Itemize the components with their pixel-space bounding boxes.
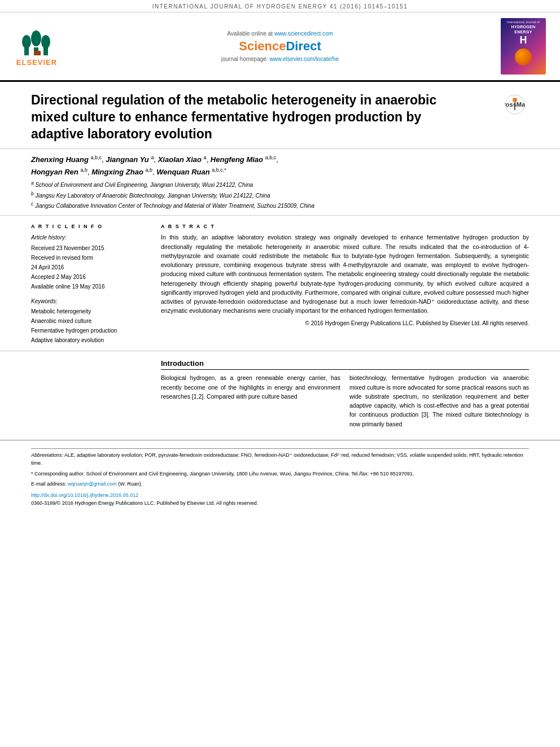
corresponding-author: * Corresponding author. School of Enviro… <box>31 470 529 478</box>
author-wenquan: Wenquan Ruan <box>156 168 209 176</box>
history-label: Article history: <box>31 233 150 242</box>
elsevier-logo: ELSEVIER <box>11 18 62 75</box>
article-title-section: Directional regulation of the metabolic … <box>0 82 560 149</box>
svg-point-2 <box>22 35 31 49</box>
journal-cover: International Journal ofHYDROGENENERGY H <box>498 18 549 75</box>
author-hengfeng: Hengfeng Miao <box>211 155 263 164</box>
article-info-label: A R T I C L E I N F O <box>31 224 150 229</box>
cover-text: International Journal ofHYDROGENENERGY <box>507 20 540 34</box>
keyword-4: Adaptive laboratory evolution <box>31 335 150 345</box>
author-sup6: a,b <box>146 167 153 173</box>
sciencedirect-brand: ScienceDirect <box>239 39 321 54</box>
direct-text: Direct <box>286 39 321 53</box>
introduction-section: Introduction Biological hydrogen, as a g… <box>0 351 560 434</box>
footnotes-section: Abbreviations: ALE, adaptive laboratory … <box>0 440 560 511</box>
author-zhenxing: Zhenxing Huang <box>31 155 89 164</box>
keyword-1: Metabolic heterogeneity <box>31 307 150 316</box>
doi-link[interactable]: http://dx.doi.org/10.1016/j.ijhydene.201… <box>31 492 138 498</box>
author-email[interactable]: wqruanjn@gmail.com <box>68 481 117 487</box>
copyright-line: © 2016 Hydrogen Energy Publications LLC.… <box>161 320 529 326</box>
elsevier-label: ELSEVIER <box>16 58 57 67</box>
author-sup2: a <box>151 155 154 160</box>
center-header: Available online at www.sciencedirect.co… <box>68 18 492 75</box>
author-sup4: a,b,c <box>265 155 277 160</box>
author-hongyan: Hongyan Ren <box>31 168 78 176</box>
body-section: A R T I C L E I N F O Article history: R… <box>0 216 560 351</box>
revised-date: 24 April 2016 <box>31 264 64 270</box>
cover-circle-decoration <box>515 49 532 65</box>
svg-point-4 <box>41 35 50 49</box>
keywords-section: Keywords: Metabolic heterogeneity Anaero… <box>31 298 150 345</box>
abbreviations-content: ALE, adaptive laboratory evolution; POR,… <box>31 452 523 466</box>
keywords-label: Keywords: <box>31 298 150 304</box>
crossmark-icon: CrossMark <box>505 94 525 115</box>
email-suffix: (W. Ruan). <box>118 481 142 487</box>
email-line: E-mail address: wqruanjn@gmail.com (W. R… <box>31 480 529 488</box>
svg-point-9 <box>513 98 517 102</box>
abstract-label: A B S T R A C T <box>161 224 529 229</box>
intro-text-left: Biological hydrogen, as a green renewabl… <box>161 373 340 401</box>
author-sup7: a,b,c,* <box>212 167 226 173</box>
science-text: Science <box>239 39 286 53</box>
banner-text: INTERNATIONAL JOURNAL OF HYDROGEN ENERGY… <box>152 3 408 10</box>
elsevier-tree-icon <box>21 26 53 57</box>
affiliation-c: c Jiangsu Collaborative Innovation Cente… <box>31 200 529 211</box>
svg-rect-6 <box>34 51 41 55</box>
available-date: Available online 19 May 2016 <box>31 283 104 290</box>
author-sup1: a,b,c <box>90 155 102 160</box>
svg-rect-0 <box>24 47 29 55</box>
journal-homepage: journal homepage: www.elsevier.com/locat… <box>221 56 339 62</box>
intro-text-right: biotechnology, fermentative hydrogen pro… <box>349 373 529 429</box>
crossmark-container[interactable]: CrossMark <box>501 94 529 115</box>
introduction-heading: Introduction <box>161 359 529 370</box>
accepted-date: Accepted 2 May 2016 <box>31 274 86 280</box>
journal-header: ELSEVIER Available online at www.science… <box>0 12 560 82</box>
cover-h-letter: H <box>520 34 527 46</box>
authors-section: Zhenxing Huang a,b,c, Jiangnan Yu a, Xia… <box>0 149 560 216</box>
article-history: Article history: Received 23 November 20… <box>31 233 150 291</box>
svg-point-3 <box>31 30 41 46</box>
article-title: Directional regulation of the metabolic … <box>31 92 454 143</box>
intro-left-col <box>31 359 150 429</box>
svg-rect-5 <box>43 47 48 55</box>
sciencedirect-url[interactable]: www.sciencedirect.com <box>274 30 333 37</box>
corresponding-text: School of Environment and Civil Engineer… <box>86 471 414 477</box>
abbreviations-text: Abbreviations: ALE, adaptive laboratory … <box>31 451 529 468</box>
received-date: Received 23 November 2015 <box>31 245 104 251</box>
abbreviations-label: Abbreviations: <box>31 452 63 458</box>
keyword-3: Fermentative hydrogen production <box>31 326 150 335</box>
cover-box: International Journal ofHYDROGENENERGY H <box>501 18 546 75</box>
intro-right-col: Introduction Biological hydrogen, as a g… <box>161 359 529 429</box>
abstract-column: A B S T R A C T In this study, an adapti… <box>161 224 529 345</box>
affiliation-a: a School of Environment and Civil Engine… <box>31 180 529 190</box>
author-xiaolan: Xiaolan Xiao <box>158 155 202 164</box>
author-sup3: a <box>204 155 207 160</box>
authors-line2: Hongyan Ren a,b, Mingxing Zhao a,b, Wenq… <box>31 167 529 176</box>
keyword-2: Anaerobic mixed culture <box>31 316 150 326</box>
journal-url[interactable]: www.elsevier.com/locate/he <box>269 56 339 62</box>
affiliation-b: b Jiangsu Key Laboratory of Anaerobic Bi… <box>31 190 529 200</box>
abstract-text: In this study, an adaptive laboratory ev… <box>161 233 529 315</box>
issn-line: 0360-3199/© 2016 Hydrogen Energy Publica… <box>31 500 529 506</box>
journal-banner: INTERNATIONAL JOURNAL OF HYDROGEN ENERGY… <box>0 0 560 12</box>
author-mingxing: Mingxing Zhao <box>91 168 143 176</box>
available-online-text: Available online at www.sciencedirect.co… <box>227 30 333 37</box>
corresponding-label: * Corresponding author. <box>31 471 85 477</box>
author-sup5: a,b <box>80 167 88 173</box>
author-jiangnan: Jiangnan Yu <box>106 155 149 164</box>
article-info-column: A R T I C L E I N F O Article history: R… <box>31 224 150 345</box>
affiliations: a School of Environment and Civil Engine… <box>31 180 529 211</box>
email-label: E-mail address: <box>31 481 67 487</box>
footnote-divider <box>31 448 529 449</box>
revised-label: Received in revised form <box>31 255 93 261</box>
authors-line1: Zhenxing Huang a,b,c, Jiangnan Yu a, Xia… <box>31 155 529 164</box>
